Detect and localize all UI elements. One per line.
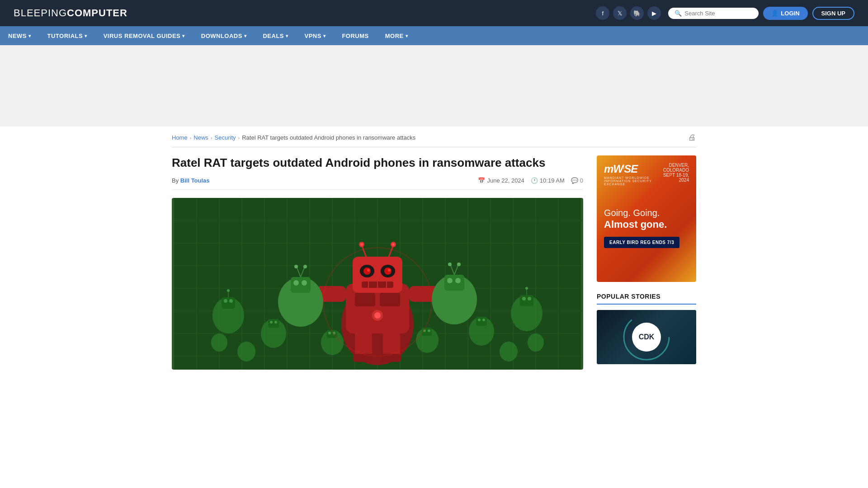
svg-point-34 [528,297,531,300]
nav-item-deals[interactable]: DEALS ▾ [255,26,296,45]
search-box: 🔍 [668,8,759,19]
nav-item-virus-removal[interactable]: VIRUS REMOVAL GUIDES ▾ [95,26,193,45]
social-icons: f 𝕏 🐘 ▶ [596,6,661,20]
breadcrumb-home[interactable]: Home [172,134,188,141]
svg-rect-95 [444,275,464,291]
svg-point-56 [211,333,227,352]
article-sidebar: mWiSE MANDIANT WORLDWIDE INFORMATION SEC… [597,155,696,370]
ad-date: SEPT 18-19, 2024 [663,173,689,183]
article-date: 📅 June 22, 2024 [478,177,524,184]
svg-point-67 [384,267,392,275]
breadcrumb-security[interactable]: Security [215,134,236,141]
main-container: Home › News › Security › Ratel RAT targe… [163,127,705,370]
svg-rect-59 [355,293,375,306]
svg-point-91 [294,265,298,268]
search-icon: 🔍 [675,10,682,17]
svg-point-47 [328,332,331,334]
svg-point-43 [478,319,481,321]
user-icon: 👤 [771,10,778,17]
author-link[interactable]: Bill Toulas [180,177,210,184]
svg-point-40 [274,321,277,324]
ad-banner [0,45,868,127]
calendar-icon: 📅 [478,177,485,184]
youtube-icon[interactable]: ▶ [647,6,661,20]
site-logo[interactable]: BLEEPINGCOMPUTER [14,7,127,19]
svg-rect-26 [222,297,235,309]
ad-logo: mWiSE [604,163,663,175]
chevron-down-icon: ▾ [286,33,288,38]
article-title: Ratel RAT targets outdated Android phone… [172,155,583,171]
svg-rect-85 [381,354,401,362]
svg-point-53 [237,342,255,361]
svg-point-99 [448,263,452,266]
svg-point-89 [302,280,307,286]
article-meta-right: 📅 June 22, 2024 🕐 10:19 AM 💬 0 [478,177,583,184]
main-nav: NEWS ▾ TUTORIALS ▾ VIRUS REMOVAL GUIDES … [0,26,868,45]
svg-point-68 [367,269,370,272]
comments-badge[interactable]: 💬 0 [571,177,583,184]
svg-point-52 [428,329,430,332]
breadcrumb-separator: › [238,135,240,141]
article-content: Ratel RAT targets outdated Android phone… [172,155,696,370]
ad-cta-button[interactable]: EARLY BIRD REG ENDS 7/3 [604,237,679,248]
popular-stories-title: POPULAR STORIES [597,293,696,305]
article-main: Ratel RAT targets outdated Android phone… [172,155,583,370]
svg-point-69 [388,269,391,272]
article-author: By Bill Toulas [172,177,210,184]
svg-point-62 [374,312,381,319]
site-header: BLEEPINGCOMPUTER f 𝕏 🐘 ▶ 🔍 👤 LOGIN SIGN … [0,0,868,26]
search-input[interactable] [684,10,752,17]
ad-headline-line1: Going. Going. [604,207,660,219]
twitter-icon[interactable]: 𝕏 [613,6,627,20]
svg-rect-84 [353,354,373,362]
svg-point-55 [528,333,544,352]
svg-rect-38 [268,319,279,328]
svg-point-96 [447,278,453,283]
chevron-down-icon: ▾ [182,33,185,38]
popular-story-thumbnail[interactable]: CDK [597,310,696,364]
svg-point-66 [363,267,371,275]
svg-point-97 [455,278,461,283]
login-button[interactable]: 👤 LOGIN [763,7,807,20]
svg-point-79 [392,243,395,246]
ad-headline-line2: Almost gone. [604,219,667,230]
svg-point-44 [482,319,485,321]
nav-item-downloads[interactable]: DOWNLOADS ▾ [193,26,255,45]
svg-point-28 [229,299,233,303]
header-right: f 𝕏 🐘 ▶ 🔍 👤 LOGIN SIGN UP [596,6,854,20]
svg-point-39 [270,321,273,324]
svg-point-88 [293,280,299,286]
breadcrumb-row: Home › News › Security › Ratel RAT targe… [172,127,696,147]
cdk-logo: CDK [632,323,661,352]
ad-sub-text: MANDIANT WORLDWIDE INFORMATION SECURITY … [604,176,663,186]
nav-item-tutorials[interactable]: TUTORIALS ▾ [39,26,95,45]
svg-rect-87 [291,277,311,293]
svg-point-36 [525,287,528,290]
sidebar-ad[interactable]: mWiSE MANDIANT WORLDWIDE INFORMATION SEC… [597,155,696,282]
svg-point-101 [457,263,461,266]
svg-point-30 [227,289,230,292]
svg-rect-32 [520,295,533,306]
breadcrumb-separator: › [190,135,192,141]
comment-icon: 💬 [571,177,578,184]
chevron-down-icon: ▾ [244,33,247,38]
nav-item-vpns[interactable]: VPNS ▾ [297,26,334,45]
nav-item-forums[interactable]: FORUMS [334,26,377,45]
article-time: 🕐 10:19 AM [531,177,565,184]
svg-point-33 [522,297,526,300]
print-icon[interactable]: 🖨 [688,133,696,142]
breadcrumb: Home › News › Security › Ratel RAT targe… [172,134,415,141]
nav-item-more[interactable]: MORE ▾ [377,26,416,45]
chevron-down-icon: ▾ [323,33,326,38]
signup-button[interactable]: SIGN UP [812,7,854,20]
svg-point-27 [224,299,227,303]
chevron-down-icon: ▾ [406,33,408,38]
facebook-icon[interactable]: f [596,6,609,20]
mastodon-icon[interactable]: 🐘 [630,6,644,20]
breadcrumb-news[interactable]: News [193,134,208,141]
nav-item-news[interactable]: NEWS ▾ [0,26,39,45]
svg-rect-42 [476,317,487,326]
breadcrumb-current: Ratel RAT targets outdated Android phone… [242,134,415,141]
chevron-down-icon: ▾ [85,33,87,38]
clock-icon: 🕐 [531,177,538,184]
